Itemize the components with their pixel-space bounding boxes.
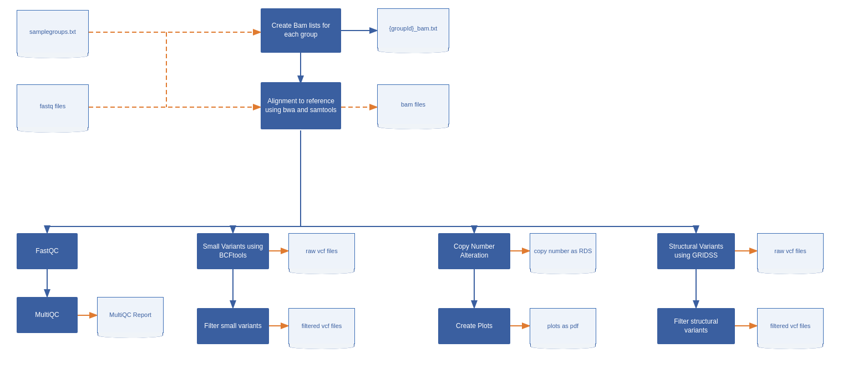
filter-structural-node: Filter structural variants	[657, 308, 735, 344]
copy-number-node: Copy Number Alteration	[438, 233, 510, 269]
groupid-bam-node: {groupId}_bam.txt	[377, 8, 449, 48]
alignment-node: Alignment to reference using bwa and sam…	[261, 82, 341, 129]
small-variants-node: Small Variants using BCFtools	[197, 233, 269, 269]
fastq-node: fastq files	[17, 84, 89, 128]
structural-variants-node: Structural Variants using GRIDSS	[657, 233, 735, 269]
bam-files-node: bam files	[377, 84, 449, 124]
plots-pdf-node: plots as pdf	[530, 308, 596, 344]
multiqc-report-node: MultiQC Report	[97, 297, 164, 333]
raw-vcf2-node: raw vcf files	[757, 233, 824, 269]
raw-vcf-node: raw vcf files	[288, 233, 355, 269]
filtered-vcf-node: filtered vcf files	[288, 308, 355, 344]
workflow-diagram: samplegroups.txt fastq files Create Bam …	[0, 0, 868, 383]
fastqc-node: FastQC	[17, 233, 78, 269]
create-plots-node: Create Plots	[438, 308, 510, 344]
samplegroups-node: samplegroups.txt	[17, 10, 89, 53]
filtered-vcf2-node: filtered vcf files	[757, 308, 824, 344]
copy-number-rds-node: copy number as RDS	[530, 233, 596, 269]
create-bam-node: Create Bam lists for each group	[261, 8, 341, 53]
multiqc-node: MultiQC	[17, 297, 78, 333]
filter-small-node: Filter small variants	[197, 308, 269, 344]
